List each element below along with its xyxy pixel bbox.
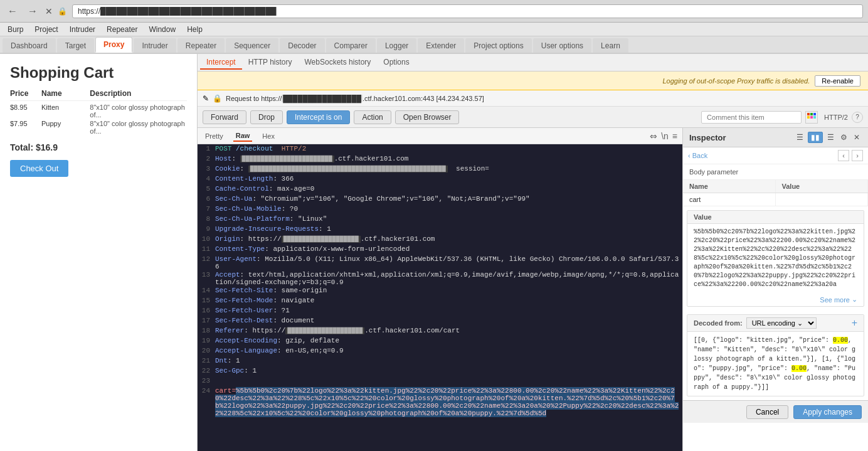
table-row: $7.95 Puppy 8"x10" color glossy photogra… bbox=[10, 120, 187, 135]
name-cell: cart bbox=[683, 193, 776, 206]
code-line-7: 7 Sec-Ch-Ua-Mobile: ?0 bbox=[198, 204, 682, 215]
request-url: Request to https://████████████████.ctf.… bbox=[226, 95, 484, 102]
tab-intruder[interactable]: Intruder bbox=[134, 38, 176, 53]
code-line-19: 19 Accept-Encoding: gzip, deflate bbox=[198, 336, 682, 346]
menu-project[interactable]: Project bbox=[29, 24, 63, 34]
price-header: Price bbox=[10, 89, 41, 98]
main-content: Shopping Cart Price Name Description $8.… bbox=[0, 54, 868, 451]
tab-repeater[interactable]: Repeater bbox=[177, 38, 225, 53]
intercept-on-button[interactable]: Intercept is on bbox=[287, 110, 350, 124]
value-box: Value %5b%5b0%2c20%7b%22logo%22%3a%22kit… bbox=[687, 210, 864, 307]
code-line-6: 6 Sec-Ch-Ua: "Chromium";v="106", "Google… bbox=[198, 194, 682, 204]
code-line-16: 16 Sec-Fetch-User: ?1 bbox=[198, 306, 682, 316]
menu-help[interactable]: Help bbox=[182, 24, 208, 34]
code-line-3: 3 Cookie: ██████████████████████████████… bbox=[198, 164, 682, 174]
value-box-header: Value bbox=[687, 211, 864, 224]
tab-user-options[interactable]: User options bbox=[533, 38, 591, 53]
decoded-label: Decoded from: bbox=[694, 319, 743, 327]
right-panel: Intercept HTTP history WebSockets histor… bbox=[198, 54, 868, 451]
tab-proxy[interactable]: Proxy bbox=[95, 37, 132, 53]
comment-input[interactable] bbox=[701, 111, 802, 124]
menu-repeater[interactable]: Repeater bbox=[102, 24, 142, 34]
editor-tab-hex[interactable]: Hex bbox=[260, 131, 277, 141]
menu-burp[interactable]: Burp bbox=[3, 24, 28, 34]
svg-rect-0 bbox=[807, 113, 810, 115]
code-line-1: 1 POST /checkout HTTP/2 bbox=[198, 144, 682, 154]
open-browser-button[interactable]: Open Browser bbox=[395, 110, 460, 124]
word-wrap-icon[interactable]: ⇔ bbox=[650, 131, 657, 141]
chevron-down-icon: ⌄ bbox=[852, 295, 857, 304]
pencil-icon: ✎ bbox=[203, 94, 209, 103]
code-line-24: 24 cart=%5b%5b0%2c20%7b%22logo%22%3a%22k… bbox=[198, 386, 682, 417]
tab-learn[interactable]: Learn bbox=[593, 38, 628, 53]
sub-tab-options[interactable]: Options bbox=[377, 56, 415, 70]
editor-tab-pretty[interactable]: Pretty bbox=[203, 131, 226, 141]
help-button[interactable]: ? bbox=[852, 112, 863, 123]
svg-rect-2 bbox=[813, 113, 816, 115]
action-button[interactable]: Action bbox=[354, 110, 391, 124]
tab-decoder[interactable]: Decoder bbox=[280, 38, 324, 53]
table-header-row: Price Name Description bbox=[10, 89, 187, 101]
code-line-13: 13 Accept: text/html,application/xhtml+x… bbox=[198, 270, 682, 286]
tab-sequencer[interactable]: Sequencer bbox=[226, 38, 278, 53]
color-picker[interactable] bbox=[805, 111, 818, 124]
svg-rect-5 bbox=[813, 116, 816, 119]
product-name-1: Puppy bbox=[41, 120, 90, 135]
alert-banner: Logging of out-of-scope Proxy traffic is… bbox=[198, 72, 868, 90]
inspector-close-icon[interactable]: ✕ bbox=[852, 132, 862, 142]
nv-row: cart bbox=[683, 193, 868, 206]
svg-rect-1 bbox=[810, 113, 813, 115]
editor-tab-raw[interactable]: Raw bbox=[233, 130, 253, 142]
code-line-20: 20 Accept-Language: en-US,en;q=0.9 bbox=[198, 346, 682, 356]
nv-table: Name Value cart bbox=[683, 180, 868, 206]
sub-tab-http-history[interactable]: HTTP history bbox=[242, 56, 299, 70]
tab-dashboard[interactable]: Dashboard bbox=[3, 38, 56, 53]
checkout-button[interactable]: Check Out bbox=[10, 160, 68, 177]
tab-project-options[interactable]: Project options bbox=[465, 38, 531, 53]
request-url-suffix: .ctf.hacker101.com:443 [44.234.243.57] bbox=[363, 95, 484, 102]
browser-url-input[interactable] bbox=[72, 4, 863, 18]
code-content[interactable]: 1 POST /checkout HTTP/2 2 Host: ████████… bbox=[198, 144, 682, 451]
back-button[interactable]: ‹ Back bbox=[688, 152, 707, 159]
inspector-grid-icon[interactable]: ▮▮ bbox=[808, 132, 823, 143]
prev-arrow-button[interactable]: ‹ bbox=[838, 150, 849, 161]
browser-close-btn[interactable]: ✕ bbox=[45, 6, 53, 16]
forward-button[interactable]: Forward bbox=[203, 110, 246, 124]
next-arrow-button[interactable]: › bbox=[852, 150, 863, 161]
re-enable-button[interactable]: Re-enable bbox=[815, 75, 860, 87]
menu-intruder[interactable]: Intruder bbox=[65, 24, 100, 34]
apply-changes-button[interactable]: Apply changes bbox=[793, 405, 862, 419]
inspector-settings-icon[interactable]: ⚙ bbox=[839, 132, 849, 142]
browser-forward-btn[interactable]: → bbox=[25, 4, 40, 18]
code-line-17: 17 Sec-Fetch-Dest: document bbox=[198, 316, 682, 326]
inspector-align-icon[interactable]: ☰ bbox=[825, 132, 836, 142]
browser-chrome: ← → ✕ 🔒 bbox=[0, 0, 868, 23]
encoding-select[interactable]: URL encoding ⌄ bbox=[746, 317, 817, 329]
sub-tab-bar: Intercept HTTP history WebSockets histor… bbox=[198, 54, 868, 72]
decoded-content: [[0, {"logo": "kitten.jpg", "price": 0.0… bbox=[687, 332, 864, 396]
editor-area: Pretty Raw Hex ⇔ \n ≡ 1 POST /checkout H… bbox=[198, 128, 868, 451]
inspector-icon-group: ☰ ▮▮ ☰ ⚙ ✕ bbox=[795, 132, 862, 143]
desc-header: Description bbox=[90, 89, 187, 98]
browser-back-btn[interactable]: ← bbox=[5, 4, 20, 18]
cancel-button[interactable]: Cancel bbox=[746, 405, 788, 419]
more-icon[interactable]: ≡ bbox=[672, 131, 677, 141]
product-price-1: $7.95 bbox=[10, 120, 41, 135]
menu-window[interactable]: Window bbox=[144, 24, 181, 34]
tab-logger[interactable]: Logger bbox=[377, 38, 416, 53]
drop-button[interactable]: Drop bbox=[250, 110, 283, 124]
request-url-value: ████████████████ bbox=[282, 95, 363, 102]
see-more-button[interactable]: See more ⌄ bbox=[820, 295, 857, 304]
tab-extender[interactable]: Extender bbox=[418, 38, 464, 53]
sub-tab-intercept[interactable]: Intercept bbox=[200, 56, 242, 70]
sub-tab-websockets[interactable]: WebSockets history bbox=[299, 56, 378, 70]
inspector-list-icon[interactable]: ☰ bbox=[795, 132, 805, 142]
decoded-add-button[interactable]: + bbox=[852, 317, 857, 329]
code-line-14: 14 Sec-Fetch-Site: same-origin bbox=[198, 286, 682, 296]
indent-icon[interactable]: \n bbox=[661, 131, 669, 141]
tab-bar: Dashboard Target Proxy Intruder Repeater… bbox=[0, 36, 868, 54]
tab-comparer[interactable]: Comparer bbox=[326, 38, 376, 53]
svg-rect-3 bbox=[807, 116, 810, 119]
tab-target[interactable]: Target bbox=[57, 38, 94, 53]
code-line-2: 2 Host: ████████████████████████.ctf.hac… bbox=[198, 154, 682, 164]
